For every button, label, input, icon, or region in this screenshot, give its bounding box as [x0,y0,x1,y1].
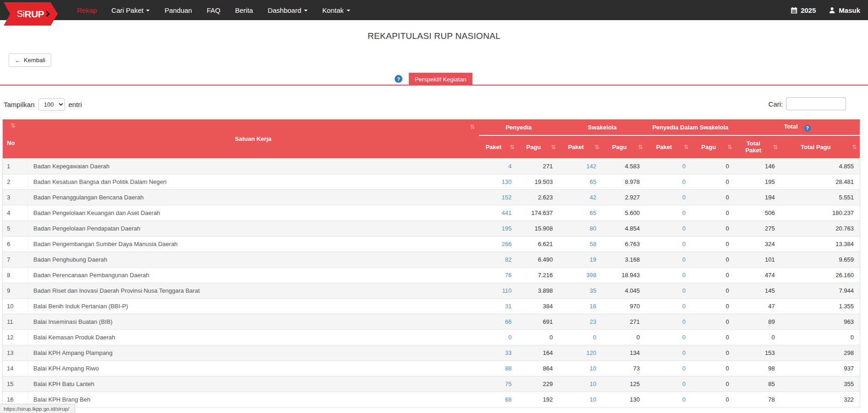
cell-value: 18.943 [602,267,646,283]
cell-paket-link[interactable]: 0 [646,314,692,329]
cell-paket-link[interactable]: 441 [479,205,518,220]
cell-paket-link[interactable]: 0 [646,283,692,298]
cell-paket-link[interactable]: 0 [646,376,692,392]
cell-paket-link[interactable]: 0 [646,392,692,407]
column-header-satuan-kerja[interactable]: Satuan Kerja ⇅ [28,119,479,158]
cell-paket-link[interactable]: 0 [646,174,692,189]
column-header-no[interactable]: ⇅ No [3,119,28,158]
help-icon[interactable]: ? [804,125,811,132]
cell-satuan-kerja: Balai Inseminasi Buatan (BIB) [28,314,479,329]
entries-select[interactable]: 100 [38,98,65,111]
cell-paket-link[interactable]: 0 [646,345,692,360]
header-group-row: ⇅ No Satuan Kerja ⇅ Penyedia Swakelola P… [3,119,860,135]
column-header-pagu-pds[interactable]: Pagu⇅ [692,135,735,158]
cell-paket-link[interactable]: 10 [559,376,602,392]
nav-item-berita[interactable]: Berita [228,0,260,20]
cell-paket-link[interactable]: 66 [479,314,518,329]
cell-paket-link[interactable]: 152 [479,189,518,205]
cell-value: 937 [781,360,860,376]
cell-satuan-kerja: Badan Pengelolaan Pendapatan Daerah [28,220,479,236]
tab-perspektif-kegiatan[interactable]: Perspektif Kegiatan [409,73,472,86]
column-header-pagu-penyedia[interactable]: Pagu⇅ [518,135,559,158]
cell-paket-link[interactable]: 42 [559,189,602,205]
table-row: 6Badan Pengembangan Sumber Daya Manusia … [3,236,860,252]
sort-icon: ⇅ [727,144,732,150]
nav-item-faq[interactable]: FAQ [199,0,228,20]
column-header-total-pagu[interactable]: Total Pagu⇅ [781,135,860,158]
cell-paket-link[interactable]: 142 [559,158,602,174]
col-label: Pagu [526,144,541,150]
cell-value: 134 [602,345,646,360]
cell-paket-link[interactable]: 0 [646,252,692,267]
cell-paket-link[interactable]: 23 [559,314,602,329]
search-input[interactable] [786,97,846,110]
back-button[interactable]: ← Kembali [9,54,51,67]
cell-paket-link[interactable]: 0 [646,220,692,236]
cell-value: 7.944 [781,283,860,298]
nav-item-rekap[interactable]: Rekap [70,0,104,20]
table-row: 15Balai KPH Batu Lanteh75229101250085355 [3,376,860,392]
cell-paket-link[interactable]: 10 [559,360,602,376]
cell-paket-link[interactable]: 0 [646,205,692,220]
cell-paket-link[interactable]: 31 [479,298,518,314]
cell-paket-link[interactable]: 0 [646,158,692,174]
cell-paket-link[interactable]: 65 [559,205,602,220]
cell-satuan-kerja: Badan Perencanaan Pembangunan Daerah [28,267,479,283]
nav-item-dashboard[interactable]: Dashboard [260,0,315,20]
column-header-total-paket[interactable]: Total Paket⇅ [735,135,781,158]
help-icon[interactable]: ? [395,75,402,83]
cell-paket-link[interactable]: 76 [479,267,518,283]
cell-paket-link[interactable]: 0 [646,236,692,252]
table-row: 13Balai KPH Ampang Plampang3316412013400… [3,345,860,360]
cell-paket-link[interactable]: 120 [559,345,602,360]
cell-value: 7.216 [518,267,559,283]
sirup-logo[interactable]: SiRUP [4,2,58,26]
cell-paket-link[interactable]: 19 [559,252,602,267]
cell-paket-link[interactable]: 0 [646,189,692,205]
cell-paket-link[interactable]: 10 [559,392,602,407]
nav-label: Berita [235,6,253,14]
cell-paket-link[interactable]: 0 [479,329,518,345]
cell-value: 5.551 [781,189,860,205]
cell-paket-link[interactable]: 68 [479,392,518,407]
cell-paket-link[interactable]: 0 [646,298,692,314]
column-header-paket-penyedia[interactable]: Paket⇅ [479,135,518,158]
cell-paket-link[interactable]: 0 [646,329,692,345]
cell-paket-link[interactable]: 195 [479,220,518,236]
cell-paket-link[interactable]: 65 [559,174,602,189]
cell-paket-link[interactable]: 398 [559,267,602,283]
nav-item-panduan[interactable]: Panduan [157,0,199,20]
cell-paket-link[interactable]: 0 [559,329,602,345]
nav-item-cari-paket[interactable]: Cari Paket [104,0,157,20]
cell-paket-link[interactable]: 266 [479,236,518,252]
search-control: Cari: [768,97,846,110]
table-row: 2Badan Kesatuan Bangsa dan Politik Dalam… [3,174,860,189]
nav-item-kontak[interactable]: Kontak [315,0,358,20]
table-row: 9Badan Riset dan Inovasi Daerah Provinsi… [3,283,860,298]
cell-paket-link[interactable]: 33 [479,345,518,360]
cell-paket-link[interactable]: 16 [559,298,602,314]
cell-paket-link[interactable]: 75 [479,376,518,392]
column-header-paket-pds[interactable]: Paket⇅ [646,135,692,158]
cell-paket-link[interactable]: 130 [479,174,518,189]
table-row: 7Badan Penghubung Daerah826.490193.16800… [3,252,860,267]
cell-paket-link[interactable]: 88 [479,360,518,376]
year-selector[interactable]: 2025 [791,6,816,14]
cell-paket-link[interactable]: 80 [559,220,602,236]
col-label: Paket [568,144,584,150]
cell-paket-link[interactable]: 0 [646,267,692,283]
column-header-pagu-swakelola[interactable]: Pagu⇅ [602,135,646,158]
cell-value: 271 [518,158,559,174]
table-row: 14Balai KPH Ampang Riwo8886410730098937 [3,360,860,376]
table-row: 5Badan Pengelolaan Pendapatan Daerah1951… [3,220,860,236]
cell-paket-link[interactable]: 4 [479,158,518,174]
cell-value: 4.045 [602,283,646,298]
cell-paket-link[interactable]: 58 [559,236,602,252]
cell-paket-link[interactable]: 35 [559,283,602,298]
cell-no: 13 [3,345,28,360]
login-button[interactable]: Masuk [829,6,860,14]
column-header-paket-swakelola[interactable]: Paket⇅ [559,135,602,158]
cell-paket-link[interactable]: 0 [646,360,692,376]
cell-paket-link[interactable]: 110 [479,283,518,298]
cell-paket-link[interactable]: 82 [479,252,518,267]
